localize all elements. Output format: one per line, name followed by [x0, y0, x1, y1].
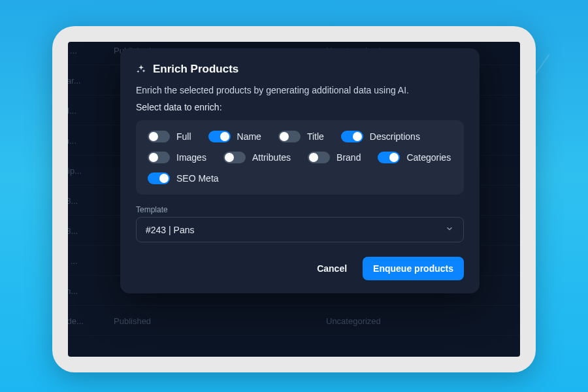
toggle-label: Brand: [336, 152, 361, 163]
toggle-label: Categories: [406, 152, 451, 163]
chevron-down-icon: [445, 224, 454, 235]
toggle-categories[interactable]: Categories: [378, 152, 451, 163]
toggle-label: SEO Meta: [176, 173, 219, 184]
toggle-attributes[interactable]: Attributes: [223, 152, 291, 163]
toggle-name[interactable]: Name: [208, 131, 261, 142]
toggle-switch[interactable]: [308, 152, 330, 163]
toggle-switch[interactable]: [378, 152, 400, 163]
toggle-full[interactable]: Full: [148, 131, 191, 142]
toggle-switch[interactable]: [208, 131, 231, 142]
cell-name: Boar...: [68, 76, 102, 86]
modal-title: Enrich Products: [153, 63, 238, 76]
cancel-button[interactable]: Cancel: [309, 258, 355, 279]
cell-name: rd 3...: [68, 226, 102, 236]
sparkle-icon: [136, 64, 146, 74]
cell-name: erm...: [68, 286, 102, 296]
toggle-switch[interactable]: [148, 172, 170, 184]
cell-name: ainl...: [68, 106, 102, 116]
modal-description: Enrich the selected products by generati…: [136, 85, 464, 95]
toggle-switch[interactable]: [148, 131, 170, 142]
tablet-frame: eel ...PublishedUncategorizedBoar...ainl…: [52, 26, 536, 372]
toggle-switch[interactable]: [223, 152, 246, 163]
cell-name: n Lip...: [68, 166, 102, 176]
toggle-group: FullNameTitleDescriptionsImagesAttribute…: [136, 120, 464, 195]
toggle-brand[interactable]: Brand: [308, 152, 361, 163]
toggle-label: Images: [176, 152, 206, 163]
toggle-label: Full: [176, 131, 191, 142]
toggle-label: Attributes: [252, 152, 291, 163]
toggle-label: Name: [237, 131, 261, 142]
toggle-title[interactable]: Title: [278, 131, 324, 142]
table-row: Unde...PublishedUncategorized: [68, 307, 520, 336]
toggle-switch[interactable]: [148, 152, 170, 163]
screen: eel ...PublishedUncategorizedBoar...ainl…: [68, 42, 520, 357]
template-select[interactable]: #243 | Pans: [136, 217, 464, 242]
cell-category: Uncategorized: [326, 316, 381, 326]
cell-name: 8/8 ...: [68, 256, 102, 266]
cell-name: Unde...: [68, 316, 102, 326]
toggle-seo-meta[interactable]: SEO Meta: [148, 172, 219, 184]
toggle-images[interactable]: Images: [148, 152, 206, 163]
toggle-descriptions[interactable]: Descriptions: [341, 131, 420, 142]
toggle-label: Descriptions: [370, 131, 420, 142]
cell-name: eel ...: [68, 46, 102, 56]
cell-name: rd 3...: [68, 196, 102, 206]
modal-subhead: Select data to enrich:: [136, 102, 464, 112]
toggle-switch[interactable]: [278, 131, 301, 142]
template-field-label: Template: [136, 205, 464, 214]
toggle-label: Title: [307, 131, 324, 142]
toggle-switch[interactable]: [341, 131, 363, 142]
template-select-value: #243 | Pans: [146, 225, 194, 235]
enqueue-button[interactable]: Enqueue products: [363, 257, 464, 280]
cell-name: ittin...: [68, 136, 102, 146]
cell-status: Published: [114, 316, 151, 326]
enrich-products-modal: Enrich Products Enrich the selected prod…: [120, 48, 480, 293]
